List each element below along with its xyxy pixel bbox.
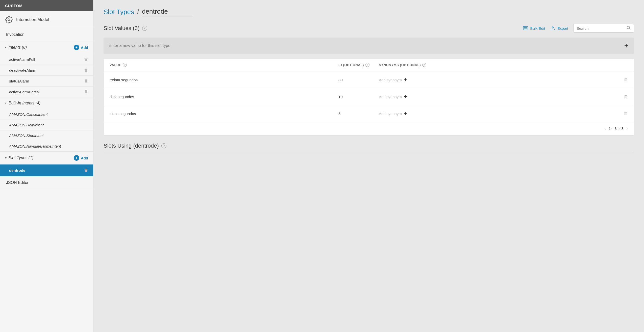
sidebar-item-interaction-model[interactable]: Interaction Model [0, 11, 93, 28]
search-button[interactable] [627, 26, 631, 31]
export-button[interactable]: Export [550, 26, 568, 31]
add-intent-button[interactable]: + Add [74, 45, 88, 50]
delete-intent-button[interactable]: 🗑 [84, 79, 88, 83]
slot-values-title: Slot Values (3) [104, 25, 140, 32]
builtin-intent-name: AMAZON.NavigateHomeIntent [9, 144, 61, 148]
slot-type-name: dentrode [9, 168, 25, 173]
row-synonym-cell: Add synonym + [379, 76, 608, 83]
delete-intent-button[interactable]: 🗑 [84, 57, 88, 62]
sidebar-item-statusAlarm[interactable]: statusAlarm 🗑 [0, 76, 93, 87]
delete-row-button[interactable]: 🗑 [624, 77, 628, 82]
slots-using-title: Slots Using (dentrode) ? [104, 143, 634, 149]
add-synonym-button[interactable]: Add synonym + [379, 76, 407, 83]
row-id: 10 [338, 95, 379, 99]
header-value: VALUE ? [110, 63, 338, 67]
slot-table: VALUE ? ID (OPTIONAL) ? SYNONYMS (OPTION… [104, 59, 634, 135]
sidebar-group-intents[interactable]: ▾ Intents (8) + Add [0, 41, 93, 54]
breadcrumb-link[interactable]: Slot Types [104, 8, 134, 16]
sidebar-item-json-editor[interactable]: JSON Editor [0, 176, 93, 189]
sidebar-item-help-intent[interactable]: AMAZON.HelpIntent [0, 120, 93, 130]
slot-values-help-icon[interactable]: ? [142, 26, 147, 31]
search-input[interactable] [577, 26, 625, 31]
sidebar-item-activeAlarmPartial[interactable]: activeAlarmPartial 🗑 [0, 87, 93, 97]
sidebar: CUSTOM Interaction Model Invocation ▾ In… [0, 0, 93, 332]
synonym-plus-icon: + [404, 110, 407, 117]
sidebar-header-label: CUSTOM [5, 4, 22, 8]
synonym-placeholder: Add synonym [379, 78, 402, 82]
delete-slot-type-button[interactable]: 🗑 [84, 168, 88, 173]
export-icon [550, 26, 555, 31]
builtin-group-left: ▾ Built-In Intents (4) [5, 101, 40, 105]
intent-name: activeAlarmPartial [9, 90, 40, 94]
breadcrumb-separator: / [137, 8, 139, 16]
add-slot-type-button[interactable]: + Add [74, 155, 88, 161]
header-synonyms-label: SYNONYMS (OPTIONAL) [379, 63, 421, 67]
table-row: treinta segundos 30 Add synonym + 🗑 [104, 71, 634, 88]
intents-group-left: ▾ Intents (8) [5, 45, 27, 50]
interaction-model-label: Interaction Model [16, 17, 49, 22]
slots-using-help-icon[interactable]: ? [161, 143, 166, 148]
add-intent-label: Add [81, 45, 88, 50]
synonyms-help-icon[interactable]: ? [422, 63, 426, 67]
add-value-button[interactable]: + [619, 38, 634, 54]
sidebar-item-navigate-home-intent[interactable]: AMAZON.NavigateHomeIntent [0, 141, 93, 152]
bulk-edit-label: Bulk Edit [530, 26, 545, 31]
header-value-label: VALUE [110, 63, 121, 67]
sidebar-item-invocation[interactable]: Invocation [0, 28, 93, 41]
sidebar-item-activeAlarmFull[interactable]: activeAlarmFull 🗑 [0, 54, 93, 65]
delete-row-button[interactable]: 🗑 [624, 111, 628, 116]
row-value: cinco segundos [110, 112, 338, 116]
sidebar-item-dentrode[interactable]: dentrode 🗑 [0, 164, 93, 176]
pagination-prev-button[interactable]: ‹ [604, 126, 606, 131]
pagination-text: 1 – 3 of 3 [609, 127, 623, 131]
svg-point-5 [627, 26, 630, 29]
header-synonyms: SYNONYMS (OPTIONAL) ? [379, 63, 608, 67]
builtin-intent-name: AMAZON.CancelIntent [9, 112, 48, 117]
slots-using-label: Slots Using (dentrode) [104, 143, 159, 149]
row-id: 30 [338, 78, 379, 82]
builtin-chevron-icon: ▾ [5, 101, 7, 105]
slot-values-title-group: Slot Values (3) ? [104, 25, 147, 32]
bulk-edit-icon [523, 26, 528, 30]
sidebar-header: CUSTOM [0, 0, 93, 11]
bulk-edit-button[interactable]: Bulk Edit [523, 26, 545, 31]
add-intent-plus-icon: + [74, 45, 79, 50]
new-value-container: + [104, 38, 634, 54]
add-synonym-button[interactable]: Add synonym + [379, 110, 407, 117]
builtin-intent-name: AMAZON.HelpIntent [9, 123, 44, 127]
section-actions: Bulk Edit Export [523, 24, 634, 33]
search-box [573, 24, 634, 33]
pagination-next-button[interactable]: › [627, 126, 628, 131]
slot-types-group-label: Slot Types (1) [9, 156, 33, 160]
svg-line-6 [629, 29, 630, 30]
slots-using-divider [104, 153, 634, 153]
synonym-placeholder: Add synonym [379, 112, 402, 116]
table-row: cinco segundos 5 Add synonym + 🗑 [104, 105, 634, 122]
add-slot-type-label: Add [81, 156, 88, 160]
export-label: Export [557, 26, 568, 31]
add-synonym-button[interactable]: Add synonym + [379, 93, 407, 100]
row-value: treinta segundos [110, 78, 338, 82]
intents-group-label: Intents (8) [9, 45, 27, 50]
main-content: Slot Types / dentrode Slot Values (3) ? … [93, 0, 644, 332]
id-help-icon[interactable]: ? [365, 63, 369, 67]
sidebar-item-cancel-intent[interactable]: AMAZON.CancelIntent [0, 109, 93, 120]
delete-intent-button[interactable]: 🗑 [84, 68, 88, 72]
new-value-input[interactable] [104, 39, 619, 52]
slot-types-group-left: ▾ Slot Types (1) [5, 156, 33, 160]
row-synonym-cell: Add synonym + [379, 93, 608, 100]
invocation-label: Invocation [6, 32, 24, 37]
intent-name: activeAlarmFull [9, 57, 35, 62]
table-row: diez segundos 10 Add synonym + 🗑 [104, 88, 634, 105]
sidebar-group-slot-types[interactable]: ▾ Slot Types (1) + Add [0, 152, 93, 164]
sidebar-item-deactivateAlarm[interactable]: deactivateAlarm 🗑 [0, 65, 93, 76]
delete-intent-button[interactable]: 🗑 [84, 90, 88, 94]
row-synonym-cell: Add synonym + [379, 110, 608, 117]
pagination-row: ‹ 1 – 3 of 3 › [104, 122, 634, 135]
sidebar-item-stop-intent[interactable]: AMAZON.StopIntent [0, 130, 93, 141]
delete-row-button[interactable]: 🗑 [624, 94, 628, 99]
synonym-plus-icon: + [404, 76, 407, 83]
value-help-icon[interactable]: ? [123, 63, 127, 67]
sidebar-group-builtin-intents[interactable]: ▾ Built-In Intents (4) [0, 97, 93, 109]
gear-icon [5, 16, 13, 23]
